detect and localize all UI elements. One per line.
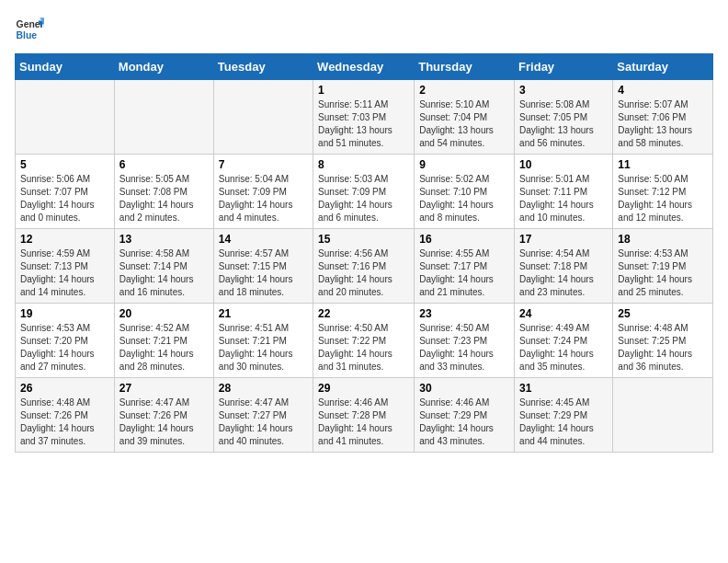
day-number: 4 <box>618 84 708 97</box>
day-number: 8 <box>318 158 409 171</box>
day-number: 29 <box>318 382 409 395</box>
day-info: Sunrise: 4:57 AMSunset: 7:15 PMDaylight:… <box>219 247 308 299</box>
day-info: Sunrise: 5:10 AMSunset: 7:04 PMDaylight:… <box>419 98 509 150</box>
day-info: Sunrise: 4:56 AMSunset: 7:16 PMDaylight:… <box>318 247 409 299</box>
calendar-cell: 28Sunrise: 4:47 AMSunset: 7:27 PMDayligh… <box>213 378 313 453</box>
calendar-cell: 13Sunrise: 4:58 AMSunset: 7:14 PMDayligh… <box>114 229 213 304</box>
day-info: Sunrise: 5:03 AMSunset: 7:09 PMDaylight:… <box>318 173 409 224</box>
calendar-cell: 19Sunrise: 4:53 AMSunset: 7:20 PMDayligh… <box>16 304 115 378</box>
day-info: Sunrise: 4:50 AMSunset: 7:23 PMDaylight:… <box>419 322 509 373</box>
calendar-cell: 20Sunrise: 4:52 AMSunset: 7:21 PMDayligh… <box>114 304 213 378</box>
calendar-cell: 11Sunrise: 5:00 AMSunset: 7:12 PMDayligh… <box>613 155 713 229</box>
calendar-cell: 24Sunrise: 4:49 AMSunset: 7:24 PMDayligh… <box>515 304 613 378</box>
header: General Blue <box>15 15 713 44</box>
calendar-cell: 5Sunrise: 5:06 AMSunset: 7:07 PMDaylight… <box>16 155 115 229</box>
day-number: 15 <box>318 233 409 246</box>
day-info: Sunrise: 4:55 AMSunset: 7:17 PMDaylight:… <box>419 247 509 299</box>
calendar-cell <box>613 378 713 453</box>
calendar-week-row: 26Sunrise: 4:48 AMSunset: 7:26 PMDayligh… <box>16 378 713 453</box>
day-number: 19 <box>20 307 109 320</box>
day-number: 14 <box>219 233 308 246</box>
calendar-cell: 23Sunrise: 4:50 AMSunset: 7:23 PMDayligh… <box>415 304 515 378</box>
day-number: 13 <box>119 233 209 246</box>
calendar-cell: 2Sunrise: 5:10 AMSunset: 7:04 PMDaylight… <box>415 80 515 155</box>
calendar-cell: 29Sunrise: 4:46 AMSunset: 7:28 PMDayligh… <box>313 378 415 453</box>
day-info: Sunrise: 5:00 AMSunset: 7:12 PMDaylight:… <box>618 173 708 224</box>
day-number: 17 <box>519 233 608 246</box>
day-number: 25 <box>618 307 708 320</box>
day-info: Sunrise: 4:46 AMSunset: 7:29 PMDaylight:… <box>419 396 509 448</box>
day-number: 24 <box>519 307 608 320</box>
day-number: 9 <box>419 158 509 171</box>
day-info: Sunrise: 4:48 AMSunset: 7:26 PMDaylight:… <box>20 396 109 448</box>
day-info: Sunrise: 4:53 AMSunset: 7:19 PMDaylight:… <box>618 247 708 299</box>
calendar-cell: 3Sunrise: 5:08 AMSunset: 7:05 PMDaylight… <box>515 80 613 155</box>
day-number: 28 <box>219 382 308 395</box>
day-info: Sunrise: 5:02 AMSunset: 7:10 PMDaylight:… <box>419 173 509 224</box>
day-info: Sunrise: 5:11 AMSunset: 7:03 PMDaylight:… <box>318 98 409 150</box>
calendar-table: SundayMondayTuesdayWednesdayThursdayFrid… <box>15 53 713 453</box>
logo-icon: General Blue <box>15 15 44 44</box>
calendar-cell <box>213 80 313 155</box>
calendar-cell: 26Sunrise: 4:48 AMSunset: 7:26 PMDayligh… <box>16 378 115 453</box>
day-info: Sunrise: 4:59 AMSunset: 7:13 PMDaylight:… <box>20 247 109 299</box>
weekday-header-thursday: Thursday <box>415 54 515 80</box>
calendar-cell <box>114 80 213 155</box>
calendar-cell: 31Sunrise: 4:45 AMSunset: 7:29 PMDayligh… <box>515 378 613 453</box>
day-number: 6 <box>119 158 209 171</box>
calendar-cell: 14Sunrise: 4:57 AMSunset: 7:15 PMDayligh… <box>213 229 313 304</box>
day-number: 21 <box>219 307 308 320</box>
day-info: Sunrise: 5:07 AMSunset: 7:06 PMDaylight:… <box>618 98 708 150</box>
day-info: Sunrise: 5:04 AMSunset: 7:09 PMDaylight:… <box>219 173 308 224</box>
weekday-header-saturday: Saturday <box>613 54 713 80</box>
calendar-cell: 6Sunrise: 5:05 AMSunset: 7:08 PMDaylight… <box>114 155 213 229</box>
calendar-cell: 9Sunrise: 5:02 AMSunset: 7:10 PMDaylight… <box>415 155 515 229</box>
weekday-header-friday: Friday <box>515 54 613 80</box>
day-number: 5 <box>20 158 109 171</box>
day-info: Sunrise: 5:08 AMSunset: 7:05 PMDaylight:… <box>519 98 608 150</box>
calendar-cell: 12Sunrise: 4:59 AMSunset: 7:13 PMDayligh… <box>16 229 115 304</box>
day-number: 3 <box>519 84 608 97</box>
day-info: Sunrise: 4:47 AMSunset: 7:26 PMDaylight:… <box>119 396 209 448</box>
day-info: Sunrise: 5:05 AMSunset: 7:08 PMDaylight:… <box>119 173 209 224</box>
day-info: Sunrise: 4:52 AMSunset: 7:21 PMDaylight:… <box>119 322 209 373</box>
calendar-week-row: 19Sunrise: 4:53 AMSunset: 7:20 PMDayligh… <box>16 304 713 378</box>
calendar-cell <box>16 80 115 155</box>
day-info: Sunrise: 4:46 AMSunset: 7:28 PMDaylight:… <box>318 396 409 448</box>
day-info: Sunrise: 4:45 AMSunset: 7:29 PMDaylight:… <box>519 396 608 448</box>
calendar-week-row: 5Sunrise: 5:06 AMSunset: 7:07 PMDaylight… <box>16 155 713 229</box>
svg-text:Blue: Blue <box>17 30 38 40</box>
weekday-header-sunday: Sunday <box>16 54 115 80</box>
day-number: 1 <box>318 84 409 97</box>
day-info: Sunrise: 4:53 AMSunset: 7:20 PMDaylight:… <box>20 322 109 373</box>
weekday-header-tuesday: Tuesday <box>213 54 313 80</box>
calendar-week-row: 1Sunrise: 5:11 AMSunset: 7:03 PMDaylight… <box>16 80 713 155</box>
day-number: 2 <box>419 84 509 97</box>
day-number: 30 <box>419 382 509 395</box>
day-number: 22 <box>318 307 409 320</box>
weekday-header-row: SundayMondayTuesdayWednesdayThursdayFrid… <box>16 54 713 80</box>
calendar-cell: 18Sunrise: 4:53 AMSunset: 7:19 PMDayligh… <box>613 229 713 304</box>
calendar-cell: 1Sunrise: 5:11 AMSunset: 7:03 PMDaylight… <box>313 80 415 155</box>
calendar-week-row: 12Sunrise: 4:59 AMSunset: 7:13 PMDayligh… <box>16 229 713 304</box>
calendar-cell: 21Sunrise: 4:51 AMSunset: 7:21 PMDayligh… <box>213 304 313 378</box>
day-number: 23 <box>419 307 509 320</box>
calendar-cell: 25Sunrise: 4:48 AMSunset: 7:25 PMDayligh… <box>613 304 713 378</box>
day-number: 27 <box>119 382 209 395</box>
calendar-cell: 30Sunrise: 4:46 AMSunset: 7:29 PMDayligh… <box>415 378 515 453</box>
calendar-cell: 10Sunrise: 5:01 AMSunset: 7:11 PMDayligh… <box>515 155 613 229</box>
calendar-cell: 15Sunrise: 4:56 AMSunset: 7:16 PMDayligh… <box>313 229 415 304</box>
day-number: 11 <box>618 158 708 171</box>
day-number: 12 <box>20 233 109 246</box>
day-number: 7 <box>219 158 308 171</box>
weekday-header-wednesday: Wednesday <box>313 54 415 80</box>
day-number: 18 <box>618 233 708 246</box>
day-number: 26 <box>20 382 109 395</box>
calendar-cell: 16Sunrise: 4:55 AMSunset: 7:17 PMDayligh… <box>415 229 515 304</box>
day-number: 31 <box>519 382 608 395</box>
calendar-cell: 22Sunrise: 4:50 AMSunset: 7:22 PMDayligh… <box>313 304 415 378</box>
day-number: 16 <box>419 233 509 246</box>
calendar-cell: 27Sunrise: 4:47 AMSunset: 7:26 PMDayligh… <box>114 378 213 453</box>
day-info: Sunrise: 4:48 AMSunset: 7:25 PMDaylight:… <box>618 322 708 373</box>
day-info: Sunrise: 4:54 AMSunset: 7:18 PMDaylight:… <box>519 247 608 299</box>
